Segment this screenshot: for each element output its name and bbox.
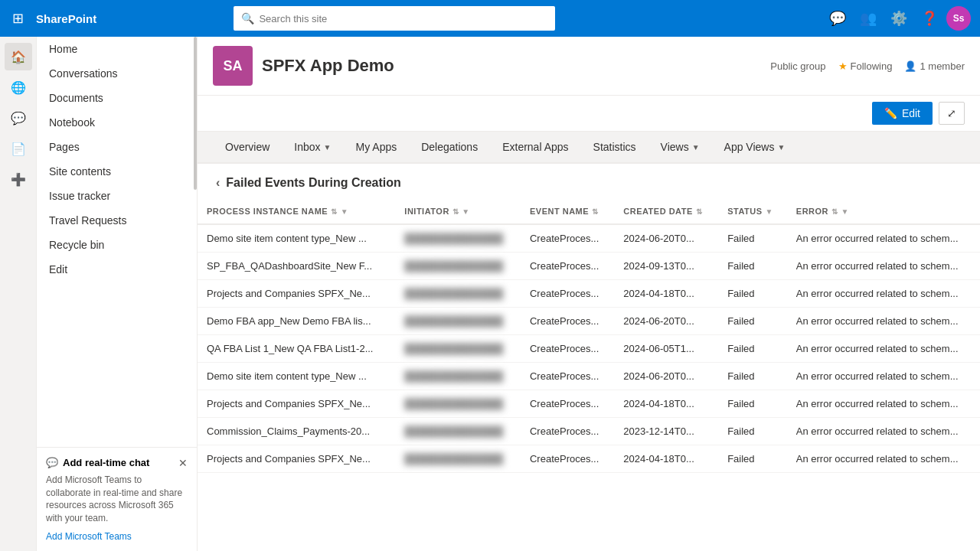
notification-icon: 💬 <box>46 457 58 468</box>
tab-delegations[interactable]: Delegations <box>409 132 490 164</box>
cell-status-3: Failed <box>718 308 787 335</box>
waffle-icon[interactable]: ⊞ <box>9 7 27 30</box>
cell-status-5: Failed <box>718 363 787 390</box>
cell-status-8: Failed <box>718 445 787 473</box>
following-button[interactable]: ★ Following <box>838 60 893 72</box>
cell-initiator-8: ██████████████ <box>395 445 521 473</box>
sidebar-item-edit[interactable]: Edit <box>37 257 197 282</box>
cell-error-1[interactable]: An error occurred related to schem... <box>787 253 980 280</box>
rail-chat-icon[interactable]: 💬 <box>5 104 32 132</box>
table-row: Commission_Claims_Payments-20... ███████… <box>198 418 980 445</box>
app-logo: SharePoint <box>36 12 96 25</box>
cell-error-5[interactable]: An error occurred related to schem... <box>787 363 980 390</box>
cell-process-instance-6: Projects and Companies SPFX_Ne... <box>198 390 395 418</box>
notification-close[interactable]: ✕ <box>178 457 188 469</box>
cell-error-4[interactable]: An error occurred related to schem... <box>787 335 980 363</box>
cell-status-4: Failed <box>718 335 787 363</box>
top-nav-icons: 💬 👥 ⚙️ ❓ Ss <box>824 5 971 32</box>
sort-icon-date[interactable]: ⇅ <box>696 207 703 216</box>
tab-views[interactable]: Views ▼ <box>648 132 712 164</box>
site-header: SA SPFX App Demo Public group ★ Followin… <box>198 37 980 96</box>
sidebar-scrollbar[interactable] <box>194 37 197 190</box>
col-event-name: EVENT NAME ⇅ <box>521 199 614 224</box>
rail-files-icon[interactable]: 📄 <box>5 135 32 162</box>
cell-created-date-3: 2024-06-20T0... <box>614 308 718 335</box>
cell-process-instance-3: Demo FBA app_New Demo FBA lis... <box>198 308 395 335</box>
sidebar-item-home[interactable]: Home <box>37 37 197 61</box>
sidebar-item-issue-tracker[interactable]: Issue tracker <box>37 184 197 208</box>
tab-externalapps[interactable]: External Apps <box>490 132 580 164</box>
sidebar-item-notebook[interactable]: Notebook <box>37 110 197 135</box>
site-header-right: Public group ★ Following 👤 1 member <box>770 60 965 72</box>
tab-overview[interactable]: Overview <box>213 132 282 164</box>
search-input[interactable] <box>259 13 547 24</box>
notification-box: 💬 Add real-time chat ✕ Add Microsoft Tea… <box>37 447 197 551</box>
cell-error-2[interactable]: An error occurred related to schem... <box>787 280 980 308</box>
tab-statistics[interactable]: Statistics <box>581 132 648 164</box>
table-row: Demo site item content type_New ... ████… <box>198 363 980 390</box>
filter-icon-error[interactable]: ▼ <box>841 207 849 216</box>
avatar[interactable]: Ss <box>946 6 971 31</box>
left-rail: 🏠 🌐 💬 📄 ➕ <box>0 37 37 551</box>
table-row: Demo FBA app_New Demo FBA lis... ███████… <box>198 308 980 335</box>
tab-appviews[interactable]: App Views ▼ <box>712 132 798 164</box>
table-row: Projects and Companies SPFX_Ne... ██████… <box>198 445 980 473</box>
cell-event-name-8: CreateProces... <box>521 445 614 473</box>
nav-tabs: Overview Inbox ▼ My Apps Delegations Ext… <box>198 132 980 164</box>
rail-globe-icon[interactable]: 🌐 <box>5 73 32 101</box>
cell-error-6[interactable]: An error occurred related to schem... <box>787 390 980 418</box>
cell-status-7: Failed <box>718 418 787 445</box>
sort-icon-process[interactable]: ⇅ <box>331 207 338 216</box>
col-error: ERROR ⇅ ▼ <box>787 199 980 224</box>
site-logo: SA <box>213 46 253 86</box>
sidebar-item-travel-requests[interactable]: Travel Requests <box>37 208 197 233</box>
edit-icon: ✏️ <box>884 107 897 119</box>
sort-icon-error[interactable]: ⇅ <box>831 207 838 216</box>
table-row: Projects and Companies SPFX_Ne... ██████… <box>198 390 980 418</box>
cell-initiator-0: ██████████████ <box>395 224 521 253</box>
filter-icon-initiator[interactable]: ▼ <box>462 207 469 216</box>
cell-status-0: Failed <box>718 224 787 253</box>
back-button[interactable]: ‹ <box>216 176 220 190</box>
cell-created-date-0: 2024-06-20T0... <box>614 224 718 253</box>
filter-icon-status[interactable]: ▼ <box>766 207 773 216</box>
settings-icon[interactable]: ⚙️ <box>885 5 913 32</box>
cell-error-3[interactable]: An error occurred related to schem... <box>787 308 980 335</box>
cell-error-8[interactable]: An error occurred related to schem... <box>787 445 980 473</box>
notification-link[interactable]: Add Microsoft Teams <box>46 531 132 542</box>
cell-process-instance-4: QA FBA List 1_New QA FBA List1-2... <box>198 335 395 363</box>
public-group[interactable]: Public group <box>770 60 825 72</box>
help-icon[interactable]: ❓ <box>916 5 943 32</box>
table-row: Demo site item content type_New ... ████… <box>198 224 980 253</box>
table-row: QA FBA List 1_New QA FBA List1-2... ████… <box>198 335 980 363</box>
sidebar-item-pages[interactable]: Pages <box>37 135 197 159</box>
tab-inbox[interactable]: Inbox ▼ <box>282 132 343 164</box>
sidebar-item-site-contents[interactable]: Site contents <box>37 159 197 184</box>
cell-event-name-7: CreateProces... <box>521 418 614 445</box>
members-count[interactable]: 👤 1 member <box>904 60 965 72</box>
cell-error-7[interactable]: An error occurred related to schem... <box>787 418 980 445</box>
sort-icon-event[interactable]: ⇅ <box>592 207 599 216</box>
views-arrow-icon: ▼ <box>692 143 700 152</box>
chat-icon[interactable]: 💬 <box>824 5 851 32</box>
search-bar: 🔍 <box>234 6 555 31</box>
sidebar-item-conversations[interactable]: Conversations <box>37 61 197 86</box>
sidebar-item-documents[interactable]: Documents <box>37 86 197 110</box>
back-row: ‹ Failed Events During Creation <box>198 164 980 199</box>
rail-home-icon[interactable]: 🏠 <box>5 43 32 70</box>
col-process-instance: PROCESS INSTANCE NAME ⇅ ▼ <box>198 199 395 224</box>
layout: 🏠 🌐 💬 📄 ➕ Home Conversations Documents N… <box>0 37 980 551</box>
contacts-icon[interactable]: 👥 <box>854 5 882 32</box>
cell-initiator-3: ██████████████ <box>395 308 521 335</box>
edit-button[interactable]: ✏️ Edit <box>872 102 933 125</box>
tab-myapps[interactable]: My Apps <box>344 132 410 164</box>
sort-icon-initiator[interactable]: ⇅ <box>452 207 459 216</box>
filter-icon-process[interactable]: ▼ <box>341 207 348 216</box>
expand-button[interactable]: ⤢ <box>939 102 965 125</box>
cell-error-0[interactable]: An error occurred related to schem... <box>787 224 980 253</box>
rail-add-icon[interactable]: ➕ <box>5 165 32 193</box>
cell-event-name-0: CreateProces... <box>521 224 614 253</box>
table-row: Projects and Companies SPFX_Ne... ██████… <box>198 280 980 308</box>
cell-created-date-8: 2024-04-18T0... <box>614 445 718 473</box>
sidebar-item-recycle-bin[interactable]: Recycle bin <box>37 233 197 257</box>
